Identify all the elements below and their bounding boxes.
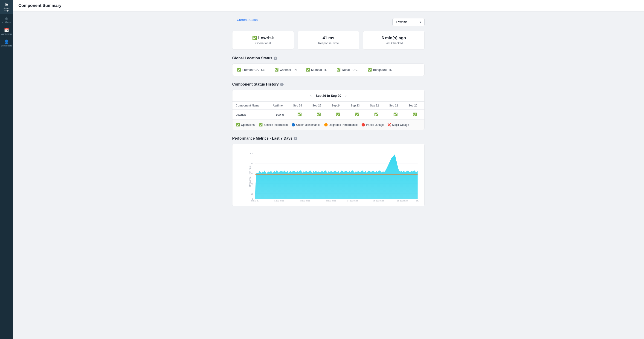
- sidebar-label-maintenance: Maintenance: [0, 33, 12, 35]
- status-cards: ✅ Lowrisk Operational 41 ms Response Tim…: [232, 31, 425, 50]
- top-row: ← Current Status Lowrisk ▾: [232, 18, 425, 26]
- svg-text:21-Sep 00:00: 21-Sep 00:00: [274, 200, 284, 201]
- check-icon-fremont: ✅: [237, 68, 241, 71]
- svg-text:80: 80: [251, 162, 254, 165]
- legend-label-under-maintenance: Under Maintenance: [296, 123, 320, 126]
- legend-under-maintenance: 🔵 Under Maintenance: [292, 123, 320, 126]
- row-sep20: ✅: [405, 110, 424, 120]
- performance-metrics-title: Performance Metrics - Last 7 Days i: [232, 136, 425, 141]
- col-sep22: Sep 22: [367, 102, 386, 110]
- back-arrow-icon: ←: [232, 18, 236, 22]
- sidebar-item-maintenance[interactable]: 📅 Maintenance: [0, 26, 13, 37]
- chevron-down-icon: ▾: [420, 20, 421, 24]
- check-sep24: ✅: [336, 112, 340, 116]
- history-table: Component Name Uptime Sep 26 Sep 25 Sep …: [232, 102, 424, 120]
- row-name: Lowrisk: [232, 110, 270, 120]
- legend-label-major-outage: Major Outage: [392, 123, 409, 126]
- chart-container: 100 80 60 40 20 0: [246, 151, 420, 201]
- operational-icon: ✅: [252, 36, 257, 40]
- page-title: Component Summary: [18, 3, 62, 8]
- history-date-range: Sep 26 to Sep 20: [316, 94, 341, 97]
- svg-text:20: 20: [251, 193, 254, 195]
- calendar-icon: 📅: [4, 28, 9, 32]
- status-card-name: ✅ Lowrisk Operational: [232, 31, 294, 50]
- check-icon-dubai: ✅: [336, 68, 340, 71]
- location-bengaluru: ✅ Bengaluru - IN: [368, 68, 392, 71]
- legend-degraded: 🟠 Degraded Performance: [324, 123, 358, 126]
- svg-text:20-Sep 0...: 20-Sep 0...: [251, 200, 259, 201]
- metrics-info-icon[interactable]: i: [294, 137, 297, 140]
- global-location-box: ✅ Fremont-CA - US ✅ Chennai - IN ✅ Mumba…: [232, 63, 425, 76]
- col-sep25: Sep 25: [309, 102, 328, 110]
- svg-text:24-Sep 00:00: 24-Sep 00:00: [347, 200, 358, 201]
- back-link[interactable]: ← Current Status: [232, 18, 258, 22]
- legend-label-service-interruption: Service Interruption: [264, 123, 288, 126]
- card-sub-name: Operational: [237, 41, 289, 45]
- sidebar-item-incidents[interactable]: ⚠ Incidents: [0, 14, 13, 26]
- card-sub-checked: Last Checked: [368, 41, 420, 45]
- location-label-dubai: Dubai - UAE: [342, 68, 358, 71]
- col-uptime: Uptime: [270, 102, 290, 110]
- location-label-mumbai: Mumbai - IN: [311, 68, 328, 71]
- svg-text:27...: 27...: [416, 200, 419, 201]
- svg-text:100: 100: [250, 152, 253, 155]
- dropdown-value: Lowrisk: [396, 20, 407, 24]
- location-grid: ✅ Fremont-CA - US ✅ Chennai - IN ✅ Mumba…: [237, 68, 420, 71]
- legend-label-operational: Operational: [241, 123, 255, 126]
- svg-text:60: 60: [251, 172, 254, 175]
- row-sep26: ✅: [290, 110, 309, 120]
- check-icon-bengaluru: ✅: [368, 68, 372, 71]
- sidebar-label-status-page: Status Page: [1, 7, 12, 12]
- location-chennai: ✅ Chennai - IN: [274, 68, 297, 71]
- location-mumbai: ✅ Mumbai - IN: [306, 68, 328, 71]
- status-history-title: Component Status History i: [232, 82, 425, 86]
- global-location-info-icon[interactable]: i: [274, 56, 277, 60]
- history-prev-button[interactable]: ‹: [309, 93, 313, 98]
- sidebar-item-subscribers[interactable]: 👤 Subscribers: [0, 37, 13, 49]
- svg-text:40: 40: [251, 183, 254, 185]
- check-sep20: ✅: [413, 112, 417, 116]
- chart-wrapper: Response Time (ms) 100 80 60 40: [246, 151, 420, 201]
- col-sep20: Sep 20: [405, 102, 424, 110]
- sidebar-label-subscribers: Subscribers: [1, 45, 12, 47]
- location-label-chennai: Chennai - IN: [280, 68, 297, 71]
- location-fremont: ✅ Fremont-CA - US: [237, 68, 266, 71]
- check-sep26: ✅: [297, 112, 302, 116]
- global-location-title: Global Location Status i: [232, 56, 425, 60]
- row-sep25: ✅: [309, 110, 328, 120]
- col-sep26: Sep 26: [290, 102, 309, 110]
- check-icon-mumbai: ✅: [306, 68, 310, 71]
- back-link-label: Current Status: [237, 18, 258, 22]
- sidebar-item-status-page[interactable]: 🖥 Status Page: [0, 0, 13, 14]
- monitor-icon: 🖥: [4, 2, 8, 6]
- svg-text:26-Sep 00:00: 26-Sep 00:00: [397, 200, 408, 201]
- history-next-button[interactable]: ›: [344, 93, 348, 98]
- main-content: Component Summary ← Current Status Lowri…: [13, 0, 644, 339]
- check-sep21: ✅: [393, 112, 398, 116]
- col-sep23: Sep 23: [348, 102, 367, 110]
- col-sep21: Sep 21: [386, 102, 405, 110]
- legend-icon-degraded: 🟠: [324, 123, 328, 126]
- svg-text:23-Sep 00:00: 23-Sep 00:00: [326, 200, 336, 201]
- sidebar-label-incidents: Incidents: [2, 21, 10, 23]
- location-label-fremont: Fremont-CA - US: [242, 68, 266, 71]
- check-sep23: ✅: [355, 112, 359, 116]
- person-icon: 👤: [4, 40, 9, 44]
- row-sep22: ✅: [367, 110, 386, 120]
- legend-row: ✅ Operational ✅ Service Interruption 🔵 U…: [232, 120, 424, 130]
- legend-icon-service-interruption: ✅: [259, 123, 262, 126]
- history-header-row: Component Name Uptime Sep 26 Sep 25 Sep …: [232, 102, 424, 110]
- component-dropdown[interactable]: Lowrisk ▾: [392, 18, 425, 26]
- history-info-icon[interactable]: i: [280, 83, 284, 86]
- legend-icon-operational: ✅: [236, 123, 240, 126]
- col-sep24: Sep 24: [328, 102, 348, 110]
- row-sep24: ✅: [328, 110, 348, 120]
- card-title-response: 41 ms: [302, 36, 354, 40]
- warning-icon: ⚠: [4, 16, 8, 20]
- history-nav: ‹ Sep 26 to Sep 20 ›: [232, 90, 424, 102]
- legend-icon-partial-outage: 🔴: [361, 123, 365, 126]
- legend-label-degraded: Degraded Performance: [329, 123, 358, 126]
- history-box: ‹ Sep 26 to Sep 20 › Component Name Upti…: [232, 90, 425, 130]
- card-sub-response: Response Time: [302, 41, 354, 45]
- legend-major-outage: ❌ Major Outage: [387, 123, 409, 126]
